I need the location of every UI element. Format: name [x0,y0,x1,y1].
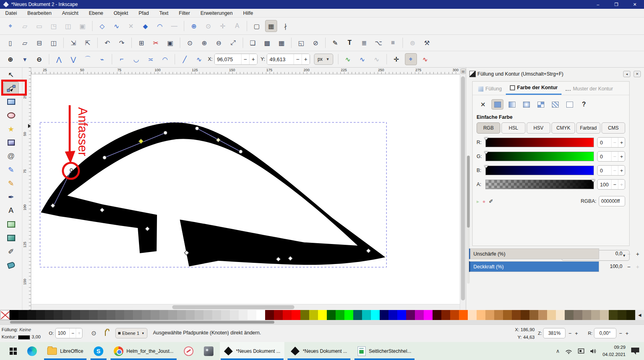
tab-muster-der-kontur[interactable]: Muster der Kontur [561,84,617,95]
expand-transform-nodes[interactable]: ✛ [390,53,402,65]
palette-swatch[interactable] [371,310,380,320]
palette-swatch[interactable] [221,310,230,320]
palette-swatch[interactable] [274,310,283,320]
duplicate[interactable]: ❏ [247,37,259,49]
notification-center-icon[interactable] [631,348,639,355]
color-slider-g[interactable] [485,152,594,161]
snap-line-midpoint[interactable]: ― [168,20,180,32]
zoom-selection[interactable]: ⊖ [213,37,225,49]
paint-none[interactable]: ✕ [477,99,489,110]
palette-swatch[interactable] [459,310,468,320]
palette-swatch[interactable] [159,310,168,320]
calligraphy-tool[interactable]: ✎ [4,177,19,190]
group[interactable]: ▩ [261,37,273,49]
palette-swatch[interactable] [362,310,371,320]
copy[interactable]: ⊞ [135,37,147,49]
box3d-tool[interactable] [4,136,19,149]
snap-bbox[interactable]: ▱ [19,20,31,32]
unlink-clone[interactable]: ⊘ [310,37,322,49]
taskbar-inkscape-2[interactable]: *Neues Dokument ... [287,342,351,360]
snap-rotation-center[interactable]: ✛ [217,20,229,32]
snap-path[interactable]: ∿ [111,20,123,32]
gradient-tool[interactable] [4,231,19,244]
palette-swatch[interactable] [609,310,618,320]
preferences[interactable]: ⚒ [421,37,433,49]
paint-swatch[interactable] [549,99,561,110]
taskbar-edge[interactable] [23,342,41,360]
make-auto[interactable]: ◠ [159,53,171,65]
palette-swatch[interactable] [239,310,248,320]
palette-swatch[interactable] [300,310,309,320]
paint-linear-gradient[interactable] [506,99,518,110]
palette-swatch[interactable] [36,310,45,320]
y-minus-button[interactable]: − [294,54,302,64]
palette-swatch[interactable] [433,310,441,320]
palette-swatch[interactable] [283,310,292,320]
rotation-plus-button[interactable]: + [624,330,630,336]
palette-swatch[interactable] [406,310,415,320]
slider-thumb[interactable] [484,166,488,168]
break-node[interactable]: ⋀ [53,53,65,65]
palette-swatch[interactable] [195,310,203,320]
snap-path-intersection[interactable]: ✕ [125,20,137,32]
taskbar-skype[interactable]: S [90,342,107,360]
taskbar-clock[interactable]: 09:29 04.02.2021 [602,344,626,358]
snap-cusp-node[interactable]: ◆ [139,20,151,32]
vertical-scrollbar-thumb[interactable] [461,76,465,300]
palette-swatch[interactable] [415,310,424,320]
palette-swatch[interactable] [80,310,89,320]
plus-button[interactable]: + [618,180,625,189]
taskbar-libreoffice[interactable]: LibreOffice [43,342,87,360]
menu-ebene[interactable]: Ebene [84,10,109,17]
palette-swatch[interactable] [582,310,591,320]
palette-swatch[interactable] [62,310,71,320]
snap-others[interactable]: ⊕ [188,20,200,32]
redo[interactable]: ↷ [116,37,128,49]
canvas-corner-button[interactable]: ▤ [461,68,466,74]
minus-button[interactable]: − [611,166,618,175]
plus-button[interactable]: + [618,152,625,161]
snap-object-center[interactable]: ⊙ [202,20,214,32]
menu-hilfe[interactable]: Hilfe [238,10,258,17]
minus-button[interactable]: − [611,138,618,147]
drawing-area[interactable]: Anfasser [31,74,460,304]
x-coord-field[interactable]: 96,075 − + [214,54,258,65]
palette-swatch[interactable] [177,310,186,320]
palette-swatch[interactable] [468,310,477,320]
xml-editor[interactable]: ⌥ [372,37,384,49]
pen-tool[interactable]: ✒ [4,190,19,204]
rgba-input[interactable]: 000000ff [599,196,625,206]
find[interactable]: ⊚ [407,37,419,49]
snap-page-border[interactable]: ▢ [251,20,263,32]
snap-bbox-corner[interactable]: ◳ [48,20,60,32]
color-mode-cms[interactable]: CMS [602,122,625,134]
rotation-field[interactable]: 0,00° [594,328,616,338]
slider-spinbox-b[interactable]: 0 − + [597,165,625,176]
zoom-field[interactable]: 381% [543,328,566,338]
menu-erweiterungen[interactable]: Erweiterungen [195,10,238,17]
object-to-path[interactable]: ∿ [342,53,354,65]
taskbar-chrome[interactable]: Helm_for_the_Joust... [110,342,177,360]
opacity-slider[interactable]: Deckkraft (%) [469,261,599,272]
spiral-tool[interactable]: @ [4,150,19,163]
maximize-button[interactable]: ❐ [607,0,626,9]
palette-swatch[interactable] [450,310,459,320]
color-slider-a[interactable] [485,180,594,189]
palette-no-color[interactable] [0,310,10,320]
import[interactable]: ⇲ [67,37,79,49]
palette-swatch[interactable] [600,310,609,320]
snap-grid[interactable]: ▦ [265,20,277,32]
horizontal-scrollbar[interactable] [31,304,460,310]
segment-line[interactable]: ╱ [179,53,191,65]
palette-swatch[interactable] [380,310,388,320]
palette-scrollbar[interactable] [0,320,644,324]
star-tool[interactable]: ★ [4,122,19,136]
dock-collapse-button[interactable]: ◂ [623,71,630,77]
palette-swatch[interactable] [151,310,159,320]
highlighted-handle[interactable] [70,169,72,171]
palette-more-button[interactable]: ◀ [635,310,644,320]
vertical-ruler[interactable]: 255075100125150 [22,68,31,310]
paint-pattern[interactable] [535,99,547,110]
align-distribute[interactable]: ≡ [387,37,399,49]
palette-swatch[interactable] [115,310,124,320]
